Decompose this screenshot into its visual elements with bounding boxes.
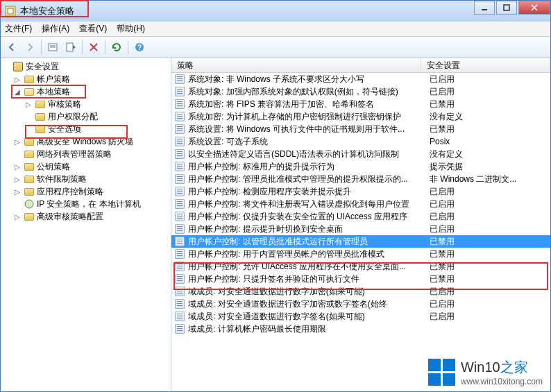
folder-icon	[24, 186, 35, 197]
column-setting[interactable]: 安全设置	[421, 58, 550, 72]
policy-icon	[174, 273, 185, 284]
policy-icon	[174, 186, 185, 197]
tree-item-label: 网络列表管理器策略	[37, 148, 112, 160]
list-row[interactable]: 用户帐户控制: 将文件和注册表写入错误虚拟化到每用户位置已启用	[171, 198, 550, 210]
list-row[interactable]: 用户帐户控制: 检测应用程序安装并提示提升已启用	[171, 185, 550, 198]
svg-point-14	[25, 200, 33, 208]
row-setting-text: 已禁用	[424, 248, 550, 260]
tree-item[interactable]: ▷高级审核策略配置	[1, 210, 171, 223]
row-setting-text: 已启用	[424, 211, 550, 223]
row-policy-text: 用户帐户控制: 以管理员批准模式运行所有管理员	[188, 236, 424, 248]
expand-icon[interactable]: ▷	[13, 213, 22, 221]
menu-file[interactable]: 文件(F)	[5, 23, 32, 35]
list-row[interactable]: 系统设置: 将 Windows 可执行文件中的证书规则用于软件...已禁用	[171, 123, 550, 135]
tree-item[interactable]: ▷高级安全 Windows 防火墙	[1, 135, 171, 148]
tree-item[interactable]: IP 安全策略，在 本地计算机	[1, 198, 171, 210]
list-row[interactable]: 域成员: 计算机帐户密码最长使用期限	[171, 323, 550, 335]
expand-icon[interactable]: ▷	[13, 163, 22, 171]
list-row[interactable]: 系统加密: 将 FIPS 兼容算法用于加密、哈希和签名已禁用	[171, 98, 550, 110]
collapse-icon[interactable]: ◢	[13, 88, 22, 96]
row-policy-text: 用户帐户控制: 允许 UIAccess 应用程序在不使用安全桌面...	[188, 261, 424, 273]
list-row[interactable]: 用户帐户控制: 只提升签名并验证的可执行文件已禁用	[171, 273, 550, 285]
menu-help[interactable]: 帮助(H)	[117, 23, 145, 35]
tree-root[interactable]: 安全设置	[1, 60, 171, 73]
expand-icon[interactable]: ▷	[13, 176, 22, 183]
svg-rect-3	[504, 5, 509, 10]
tree-item-label: 高级审核策略配置	[37, 211, 103, 223]
tree-item[interactable]: ▷帐户策略	[1, 73, 171, 85]
expand-icon[interactable]: ▷	[13, 138, 22, 146]
maximize-button[interactable]	[496, 1, 517, 15]
delete-button[interactable]	[85, 39, 102, 56]
tree-item-label: 软件限制策略	[37, 173, 87, 185]
menu-action[interactable]: 操作(A)	[42, 23, 69, 35]
list-row[interactable]: 系统对象: 非 Windows 子系统不要求区分大小写已启用	[171, 73, 550, 85]
close-button[interactable]	[518, 1, 550, 15]
list-row[interactable]: 以安全描述符定义语言(SDDL)语法表示的计算机访问限制没有定义	[171, 148, 550, 160]
list-row[interactable]: 用户帐户控制: 用于内置管理员帐户的管理员批准模式已禁用	[171, 248, 550, 260]
folder-icon	[24, 173, 35, 185]
row-policy-text: 域成员: 对安全通道数据进行数字加密(如果可能)	[188, 286, 424, 298]
list-row[interactable]: 用户帐户控制: 仅提升安装在安全位置的 UIAccess 应用程序已启用	[171, 210, 550, 223]
tree-item[interactable]: 网络列表管理器策略	[1, 148, 171, 160]
row-policy-text: 用户帐户控制: 仅提升安装在安全位置的 UIAccess 应用程序	[188, 211, 424, 223]
row-setting-text: 已启用	[424, 186, 550, 198]
list-body[interactable]: 系统对象: 非 Windows 子系统不要求区分大小写已启用系统对象: 加强内部…	[171, 73, 550, 391]
list-pane: 策略 安全设置 系统对象: 非 Windows 子系统不要求区分大小写已启用系统…	[171, 58, 550, 391]
column-policy[interactable]: 策略	[171, 58, 421, 72]
tree-pane[interactable]: 安全设置 ▷帐户策略◢本地策略▷审核策略用户权限分配安全选项▷高级安全 Wind…	[1, 58, 171, 391]
policy-icon	[174, 311, 185, 322]
folder-icon	[24, 136, 35, 147]
list-row[interactable]: 用户帐户控制: 标准用户的提升提示行为提示凭据	[171, 160, 550, 173]
watermark-brand: Win10	[461, 359, 500, 375]
list-row[interactable]: 域成员: 对安全通道数据进行数字签名(如果可能)已启用	[171, 310, 550, 323]
menu-view[interactable]: 查看(V)	[79, 23, 107, 35]
refresh-button[interactable]	[108, 39, 125, 56]
tree-item-label: 帐户策略	[37, 74, 70, 85]
policy-icon	[174, 198, 185, 210]
tree-item[interactable]: ◢本地策略	[1, 85, 171, 98]
row-setting-text: 提示凭据	[424, 161, 550, 173]
action-popup-button[interactable]	[44, 39, 61, 56]
tree-item[interactable]: ▷公钥策略	[1, 160, 171, 173]
list-row[interactable]: 用户帐户控制: 提示提升时切换到安全桌面已启用	[171, 223, 550, 235]
policy-icon	[174, 173, 185, 185]
expand-icon[interactable]: ▷	[24, 101, 33, 108]
minimize-button[interactable]	[474, 1, 495, 15]
policy-icon	[174, 261, 185, 272]
row-setting-text: 没有定义	[424, 111, 550, 123]
tree-item[interactable]: ▷软件限制策略	[1, 173, 171, 185]
row-setting-text: 已启用	[424, 311, 550, 323]
row-setting-text: 已启用	[424, 198, 550, 210]
list-row[interactable]: 用户帐户控制: 允许 UIAccess 应用程序在不使用安全桌面...已禁用	[171, 260, 550, 273]
row-policy-text: 用户帐户控制: 标准用户的提升提示行为	[188, 161, 424, 173]
tree-item[interactable]: ▷应用程序控制策略	[1, 185, 171, 198]
back-button[interactable]	[3, 39, 20, 56]
watermark-url: www.win10xitong.com	[461, 377, 543, 386]
policy-icon	[174, 148, 185, 160]
folder-icon	[35, 99, 46, 110]
policy-icon	[174, 74, 185, 85]
list-row[interactable]: 系统加密: 为计算机上存储的用户密钥强制进行强密钥保护没有定义	[171, 110, 550, 123]
list-row[interactable]: 用户帐户控制: 管理员批准模式中管理员的提升权限提示的...非 Windows …	[171, 173, 550, 185]
list-row[interactable]: 用户帐户控制: 以管理员批准模式运行所有管理员已禁用	[171, 235, 550, 248]
list-row[interactable]: 系统对象: 加强内部系统对象的默认权限(例如，符号链接)已启用	[171, 85, 550, 98]
row-setting-text: 已禁用	[424, 99, 550, 110]
row-policy-text: 用户帐户控制: 提示提升时切换到安全桌面	[188, 223, 424, 235]
list-row[interactable]: 系统设置: 可选子系统Posix	[171, 135, 550, 148]
forward-button[interactable]	[22, 39, 38, 56]
titlebar: 本地安全策略	[1, 1, 550, 22]
expand-icon[interactable]: ▷	[13, 76, 22, 83]
help-button[interactable]: ?	[131, 39, 148, 56]
expand-icon[interactable]: ▷	[13, 188, 22, 196]
svg-rect-9	[67, 43, 73, 51]
list-header: 策略 安全设置	[171, 58, 550, 73]
folder-icon	[24, 74, 35, 85]
list-row[interactable]: 域成员: 对安全通道数据进行数字加密或数字签名(始终已启用	[171, 298, 550, 310]
tree-item[interactable]: 安全选项	[1, 123, 171, 135]
list-row[interactable]: 域成员: 对安全通道数据进行数字加密(如果可能)已启用	[171, 285, 550, 298]
export-button[interactable]	[62, 39, 79, 56]
tree-item[interactable]: 用户权限分配	[1, 110, 171, 123]
row-policy-text: 域成员: 对安全通道数据进行数字签名(如果可能)	[188, 311, 424, 323]
tree-item[interactable]: ▷审核策略	[1, 98, 171, 110]
